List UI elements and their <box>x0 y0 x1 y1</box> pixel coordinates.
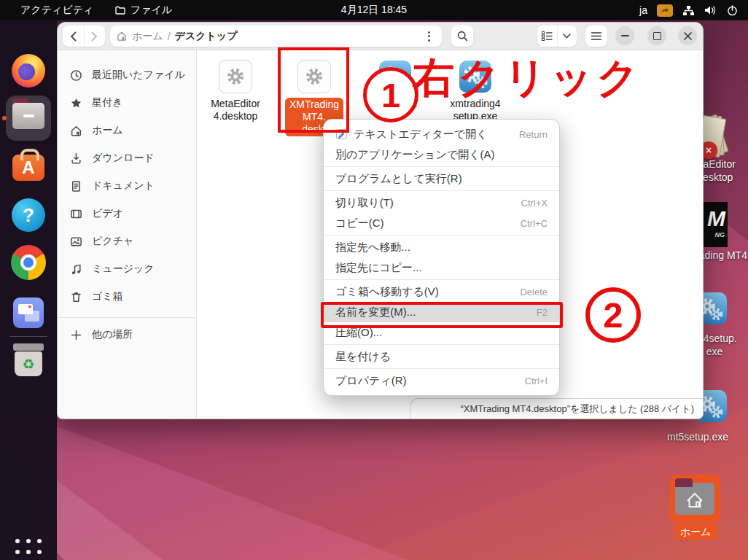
view-toggle <box>537 26 577 47</box>
list-view-icon <box>542 31 553 41</box>
sidebar-item-trash[interactable]: ゴミ箱 <box>58 284 196 310</box>
hamburger-icon <box>591 32 601 40</box>
close-icon <box>684 32 692 40</box>
sidebar-item-music[interactable]: ミュージック <box>58 256 196 282</box>
sidebar-item-label: ビデオ <box>92 207 123 220</box>
help-mark: ? <box>23 204 34 227</box>
sidebar-item-label: 他の場所 <box>92 328 133 341</box>
dock-item-trash[interactable]: ♻ <box>13 343 44 377</box>
dock-item-ubuntu-software[interactable]: A <box>12 155 44 181</box>
menu-item-star[interactable]: 星を付ける <box>324 346 559 367</box>
status-bar: “XMTrading MT4.desktop”を選択しました (288 バイト) <box>410 398 703 419</box>
star-icon <box>70 97 82 109</box>
sidebar-item-pictures[interactable]: ピクチャ <box>58 228 196 254</box>
list-view-button[interactable] <box>537 26 557 47</box>
sidebar-item-label: ホーム <box>92 124 123 137</box>
sidebar-item-starred[interactable]: 星付き <box>58 90 196 116</box>
annotation-step1-circle: 1 <box>363 67 418 122</box>
clock[interactable]: 4月12日 18:45 <box>0 4 748 17</box>
forward-button[interactable] <box>84 26 106 47</box>
sidebar-divider <box>58 317 196 318</box>
search-button[interactable] <box>451 26 473 47</box>
power-icon[interactable] <box>727 5 738 16</box>
minimize-button[interactable] <box>615 26 634 45</box>
recycle-icon: ♻ <box>22 356 34 373</box>
menu-item-open-with-text-editor[interactable]: テキストエディターで開く Return <box>324 124 559 144</box>
top-bar: アクティビティ ファイル 4月12日 18:45 ja <box>0 0 748 20</box>
app-menu-button[interactable] <box>585 26 607 47</box>
annotation-step2-circle: 2 <box>585 287 641 343</box>
sidebar: 最近開いたファイル 星付き ホーム ダウンロード ドキュメント <box>58 50 197 419</box>
home-icon <box>70 125 82 137</box>
software-logo-letter: A <box>22 158 34 178</box>
chevron-down-icon <box>563 34 571 39</box>
breadcrumb-current[interactable]: デスクトップ <box>175 30 238 43</box>
menu-divider <box>324 368 559 369</box>
menu-item-copy-to[interactable]: 指定先にコピー... <box>324 257 559 278</box>
minimize-icon <box>621 35 629 36</box>
annotation-box-rename <box>321 302 563 328</box>
dock-item-files[interactable] <box>12 103 44 129</box>
maximize-icon <box>653 32 661 40</box>
desktop-screen: × MetaEditor 4.desktop M NG XMTrading MT… <box>0 0 748 560</box>
sidebar-item-videos[interactable]: ビデオ <box>58 201 196 227</box>
menu-divider <box>324 279 559 280</box>
folder-icon <box>115 6 125 15</box>
menu-item-move-to-trash[interactable]: ゴミ箱へ移動する(V) Delete <box>324 281 559 302</box>
sidebar-item-home[interactable]: ホーム <box>58 117 196 144</box>
home-icon <box>116 31 128 42</box>
sidebar-item-downloads[interactable]: ダウンロード <box>58 145 196 171</box>
breadcrumb-root[interactable]: ホーム <box>132 30 163 43</box>
download-icon <box>70 152 82 165</box>
screen-share-icon[interactable] <box>657 4 673 17</box>
annotation-box-file <box>278 47 349 133</box>
context-menu: テキストエディターで開く Return 別のアプリケーションで開く(A) プログ… <box>323 119 560 396</box>
sidebar-item-label: 星付き <box>92 96 122 109</box>
menu-divider <box>324 235 559 236</box>
sidebar-item-recent[interactable]: 最近開いたファイル <box>58 62 196 88</box>
trash-icon <box>70 291 82 303</box>
network-icon[interactable] <box>682 5 695 16</box>
video-icon <box>70 208 82 220</box>
maximize-button[interactable] <box>647 26 666 45</box>
menu-divider <box>324 166 559 167</box>
nav-buttons <box>63 26 105 47</box>
home-folder-selection <box>669 475 720 523</box>
dock-item-help[interactable]: ? <box>12 198 45 232</box>
sidebar-item-label: ゴミ箱 <box>92 290 123 303</box>
breadcrumb-separator: / <box>168 31 171 42</box>
menu-divider <box>324 344 559 345</box>
menu-item-move-to[interactable]: 指定先へ移動... <box>324 237 559 257</box>
path-menu-icon[interactable] <box>421 31 436 42</box>
view-options-button[interactable] <box>557 26 577 47</box>
sidebar-item-documents[interactable]: ドキュメント <box>58 173 196 199</box>
music-icon <box>70 263 82 276</box>
volume-icon[interactable] <box>704 5 717 15</box>
dock-item-firefox[interactable] <box>12 54 45 88</box>
menu-item-open-with-other-app[interactable]: 別のアプリケーションで開く(A) <box>324 144 559 165</box>
close-button[interactable] <box>678 26 697 45</box>
keyboard-layout-indicator[interactable]: ja <box>639 4 647 16</box>
show-applications-button[interactable] <box>15 539 42 560</box>
picture-icon <box>70 236 82 248</box>
breadcrumb[interactable]: ホーム / デスクトップ <box>110 26 442 47</box>
file-label: MetaEditor <box>195 98 276 110</box>
dock-item-workspaces-app[interactable] <box>13 298 44 328</box>
menu-item-cut[interactable]: 切り取り(T) Ctrl+X <box>324 192 559 213</box>
menu-item-copy[interactable]: コピー(C) Ctrl+C <box>324 213 559 233</box>
focused-app-menu[interactable]: ファイル <box>115 4 172 17</box>
menu-item-properties[interactable]: プロパティ(R) Ctrl+I <box>324 370 559 391</box>
sidebar-item-label: ドキュメント <box>92 179 155 192</box>
desktop-icon-label: ホーム <box>674 524 717 540</box>
file-metaeditor4-desktop[interactable]: MetaEditor 4.desktop <box>195 60 276 122</box>
menu-item-run-as-program[interactable]: プログラムとして実行(R) <box>324 168 559 189</box>
back-button[interactable] <box>63 26 84 47</box>
dock-item-chrome[interactable] <box>11 245 46 280</box>
activities-button[interactable]: アクティビティ <box>20 4 93 17</box>
window-titlebar[interactable]: ホーム / デスクトップ <box>58 23 703 50</box>
gear-file-icon <box>219 60 252 93</box>
annotation-step1-text: 右クリック <box>413 57 642 98</box>
status-text: “XMTrading MT4.desktop”を選択しました (288 バイト) <box>460 402 694 416</box>
document-icon <box>70 180 82 192</box>
sidebar-item-other-locations[interactable]: 他の場所 <box>58 322 196 348</box>
